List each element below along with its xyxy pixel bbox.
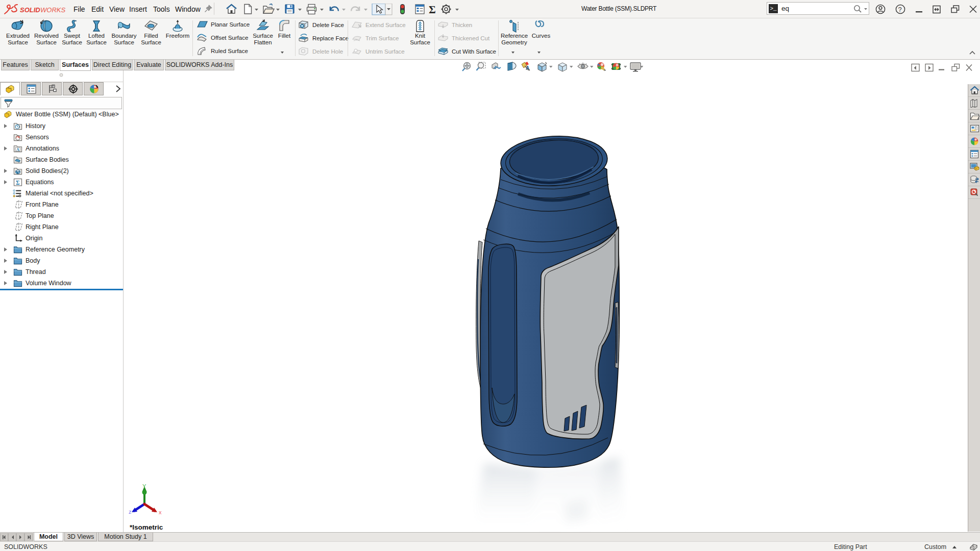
svg-text:Σ: Σ <box>429 4 436 15</box>
svg-text:Σ: Σ <box>16 180 20 186</box>
svg-text:SOLID: SOLID <box>20 6 40 14</box>
svg-text:Y: Y <box>142 483 146 489</box>
svg-text:z: z <box>129 509 132 515</box>
svg-text:WORKS: WORKS <box>40 6 65 14</box>
svg-text:?: ? <box>898 6 902 13</box>
svg-text:A: A <box>526 65 529 71</box>
svg-text:A: A <box>16 147 20 152</box>
svg-text:x: x <box>159 509 162 515</box>
